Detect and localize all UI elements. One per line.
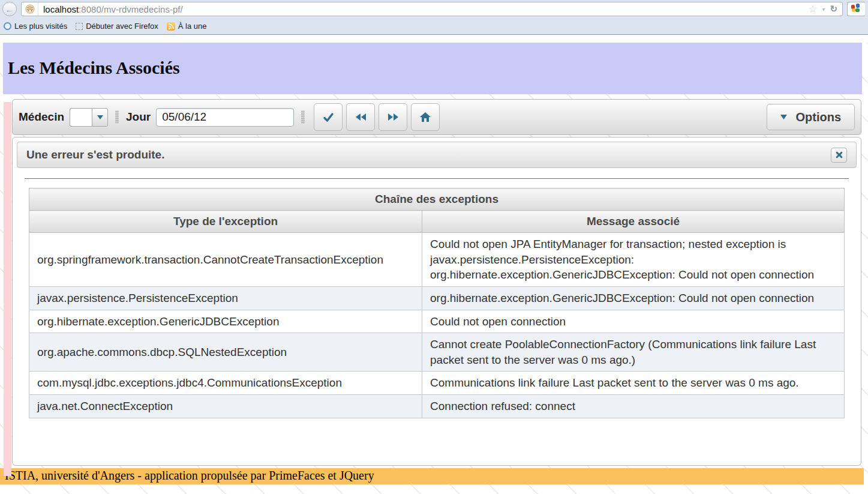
exception-row: org.springframework.transaction.CannotCr… (29, 233, 845, 287)
bookmark-getting-started[interactable]: Débuter avec Firefox (73, 20, 161, 32)
exception-row: java.net.ConnectExceptionConnection refu… (29, 395, 845, 418)
home-icon (420, 112, 431, 122)
exception-cell: Communications link failure Last packet … (422, 372, 845, 395)
previous-day-button[interactable] (346, 103, 375, 131)
exception-row: org.hibernate.exception.GenericJDBCExcep… (29, 310, 845, 333)
options-label: Options (795, 110, 841, 124)
table-title: Chaîne des exceptions (29, 188, 845, 211)
exception-cell: Cannot create PoolableConnectionFactory … (422, 333, 845, 372)
back-button[interactable]: ← (2, 2, 17, 16)
options-button[interactable]: Options (767, 104, 855, 130)
page-background: Les Médecins Associés Médecin Jour (0, 43, 868, 494)
home-button[interactable] (411, 103, 440, 131)
close-button[interactable] (831, 148, 847, 163)
exceptions-table-body: org.springframework.transaction.CannotCr… (29, 233, 845, 418)
exception-cell: Connection refused: connect (422, 395, 845, 418)
dashed-placeholder-icon (76, 23, 83, 30)
reload-icon[interactable]: ↻ (830, 4, 837, 14)
column-header-type: Type de l'exception (29, 211, 422, 233)
most-visited-icon (4, 22, 11, 30)
jour-label: Jour (126, 110, 151, 124)
close-icon (836, 151, 843, 158)
error-message: Une erreur s'est produite. (26, 148, 164, 161)
exception-cell: Could not open JPA EntityManager for tra… (422, 233, 845, 287)
browser-chrome: ← localhost:8080/mv-rdvmedecins-pf/ ☆ ▾ … (0, 0, 868, 35)
site-favicon (22, 2, 38, 16)
url-host: localhost (43, 4, 79, 14)
exception-cell: org.apache.commons.dbcp.SQLNestedExcepti… (29, 333, 422, 372)
navigation-bar: ← localhost:8080/mv-rdvmedecins-pf/ ☆ ▾ … (0, 0, 868, 18)
validate-button[interactable] (314, 103, 343, 131)
urlbar-dropdown-icon[interactable]: ▾ (822, 6, 825, 13)
exception-cell: org.hibernate.exception.GenericJDBCExcep… (422, 286, 845, 310)
toolbar-separator (115, 110, 119, 124)
exception-cell: com.mysql.jdbc.exceptions.jdbc4.Communic… (29, 372, 422, 395)
main-content: Médecin Jour (12, 99, 861, 466)
footer-text: ISTIA, université d'Angers - application… (5, 469, 374, 482)
bookmark-star-icon[interactable]: ☆ (808, 3, 817, 16)
toolbar-separator (301, 110, 305, 124)
column-header-message: Message associé (422, 211, 845, 233)
left-margin-strip (4, 102, 11, 476)
jour-date-input[interactable] (156, 108, 294, 127)
exception-cell: Could not open connection (422, 310, 845, 333)
chevron-down-icon (780, 115, 787, 119)
urlbar-actions: ☆ ▾ ↻ (803, 3, 842, 16)
exceptions-table: Chaîne des exceptions Type de l'exceptio… (29, 188, 845, 418)
footer-bar: ISTIA, université d'Angers - application… (0, 468, 864, 484)
url-bar[interactable]: localhost:8080/mv-rdvmedecins-pf/ ☆ ▾ ↻ (21, 2, 843, 16)
exception-cell: org.springframework.transaction.CannotCr… (29, 233, 422, 287)
divider (25, 178, 849, 179)
search-box[interactable] (847, 2, 865, 16)
bookmark-label: À la une (178, 22, 207, 31)
error-panel: Une erreur s'est produite. Chaîne des ex… (12, 137, 861, 466)
page-title: Les Médecins Associés (3, 43, 862, 78)
seek-next-icon (388, 113, 398, 121)
medecin-combobox-button[interactable] (92, 108, 108, 127)
exception-cell: java.net.ConnectException (29, 395, 422, 418)
check-icon (323, 112, 334, 122)
exception-cell: javax.persistence.PersistenceException (29, 286, 422, 310)
back-icon: ← (5, 4, 14, 14)
bookmarks-bar: Les plus visités Débuter avec Firefox À … (0, 18, 868, 35)
google-logo-icon (851, 3, 860, 15)
exception-row: com.mysql.jdbc.exceptions.jdbc4.Communic… (29, 372, 845, 395)
medecin-combobox[interactable] (70, 108, 108, 127)
exception-row: javax.persistence.PersistenceExceptionor… (29, 286, 845, 310)
bookmark-label: Débuter avec Firefox (86, 22, 158, 31)
medecin-label: Médecin (19, 110, 64, 124)
app-header: Les Médecins Associés (3, 43, 862, 94)
error-message-bar: Une erreur s'est produite. (17, 142, 857, 168)
medecin-combobox-value[interactable] (70, 108, 92, 127)
url-path: :8080/mv-rdvmedecins-pf/ (79, 4, 182, 14)
chevron-down-icon (97, 115, 103, 119)
app-toolbar: Médecin Jour (12, 99, 861, 135)
rss-feed-icon (167, 22, 175, 31)
next-day-button[interactable] (379, 103, 407, 131)
exception-row: org.apache.commons.dbcp.SQLNestedExcepti… (29, 333, 845, 372)
seek-prev-icon (356, 113, 366, 121)
toolbar-buttons (314, 103, 440, 131)
exception-cell: org.hibernate.exception.GenericJDBCExcep… (29, 310, 422, 333)
bookmark-most-visited[interactable]: Les plus visités (1, 20, 70, 32)
bookmark-latest-headlines[interactable]: À la une (164, 20, 209, 32)
bookmark-label: Les plus visités (14, 22, 67, 31)
url-text[interactable]: localhost:8080/mv-rdvmedecins-pf/ (38, 4, 803, 14)
